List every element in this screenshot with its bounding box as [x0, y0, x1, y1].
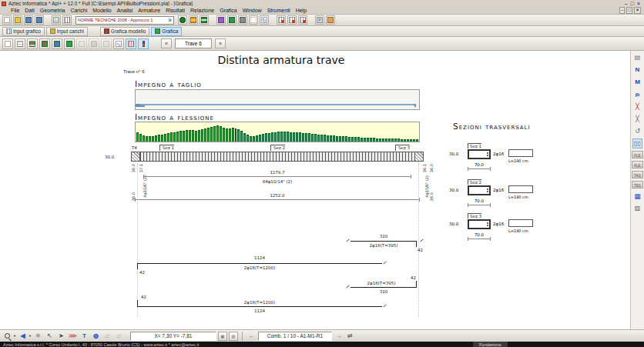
menu-analisi[interactable]: Analisi — [117, 8, 133, 13]
norme-dropdown[interactable]: NORME TECNICHE 2008 - Approccio 1 ▾ — [75, 16, 174, 25]
grid-toggle-2[interactable]: ▥ — [229, 332, 238, 341]
matrix-delete-icon[interactable] — [277, 15, 286, 25]
grid-toggle-1[interactable]: ▦ — [218, 332, 227, 341]
spline-icon[interactable]: ∿ — [113, 38, 124, 49]
flessione-bar — [143, 135, 145, 142]
flessione-bar — [207, 128, 210, 142]
menu-file[interactable]: File — [11, 8, 19, 13]
next-combination-button[interactable]: → — [334, 331, 344, 341]
view-back-dropdown-icon[interactable]: ▼ — [29, 334, 32, 338]
flessione-bar — [382, 138, 384, 142]
flessione-bar — [361, 138, 363, 142]
flessione-bar — [376, 138, 378, 142]
export-dxf-icon[interactable]: ⇄ — [345, 331, 355, 341]
misc-gray-icon[interactable]: ▨ — [632, 203, 642, 213]
select-region-icon[interactable] — [249, 15, 258, 25]
green-view-icon[interactable] — [64, 38, 75, 49]
flags-icon[interactable]: ⋙ — [68, 331, 78, 341]
view-back-icon[interactable]: ◀ — [18, 331, 28, 341]
table-blue-icon[interactable]: ▦ — [632, 191, 642, 201]
moment-icon[interactable]: M — [632, 77, 642, 87]
mdi-restore-button[interactable]: □ — [626, 7, 632, 14]
open-file-icon[interactable] — [13, 15, 22, 25]
lasso-icon[interactable]: ↺ — [632, 126, 642, 136]
menu-modello[interactable]: Modello — [92, 8, 112, 13]
run-analysis-icon[interactable] — [178, 15, 187, 25]
zoom-dropdown-icon[interactable]: ▼ — [13, 334, 16, 338]
fle-top-button[interactable]: FLE — [632, 151, 643, 158]
select-cursor-icon[interactable]: ↖ — [45, 331, 55, 341]
map-colors-icon[interactable] — [39, 38, 50, 49]
tab-grafica-modello[interactable]: Grafica modello — [100, 27, 150, 36]
tab-input-grafico[interactable]: Input grafico — [2, 27, 45, 36]
menu-help[interactable]: Help — [296, 8, 307, 13]
left-dim-1: 36.0 — [131, 164, 136, 172]
cut-icon[interactable]: ╳ — [632, 114, 642, 124]
minimize-button[interactable]: – — [625, 1, 628, 7]
blank-view-icon[interactable] — [2, 38, 13, 49]
armature-table-icon[interactable] — [126, 38, 136, 49]
cut-red-icon[interactable]: ╳ — [632, 102, 642, 112]
mesh-icon[interactable] — [200, 15, 209, 25]
prev-combination-button[interactable]: ← — [247, 331, 257, 341]
menu-strumenti[interactable]: Strumenti — [267, 8, 290, 13]
menu-carichi[interactable]: Carichi — [70, 8, 87, 13]
flessione-bar — [226, 128, 228, 142]
flessione-bar — [302, 133, 304, 142]
flessione-bar — [198, 130, 200, 142]
view-toolbar: Input grafico Input carichi Grafica mode… — [0, 26, 644, 37]
paste-icon[interactable] — [326, 15, 335, 25]
save-all-icon[interactable] — [35, 15, 44, 25]
flessione-bar — [345, 136, 347, 142]
tab-grafica[interactable]: Grafica — [151, 27, 182, 36]
prev-view-button[interactable]: « — [161, 38, 172, 48]
fast-redraw-icon[interactable]: ➤ — [56, 331, 66, 341]
globe-icon[interactable]: ◍ — [91, 331, 101, 341]
next-view-button[interactable]: » — [215, 38, 226, 48]
right-dim-1: 36.1 — [422, 164, 427, 172]
map-terrain-icon[interactable] — [52, 38, 62, 49]
text-tool-icon[interactable]: T — [79, 331, 89, 341]
axial-force-icon[interactable]: N — [632, 65, 642, 75]
menu-armature[interactable]: Armature — [138, 8, 160, 13]
section-name: Sez 2 — [468, 179, 481, 185]
menu-relazione[interactable]: Relazione — [190, 8, 214, 13]
tab-input-carichi[interactable]: Input carichi — [46, 27, 88, 36]
layers-icon[interactable] — [27, 38, 38, 49]
menu-dati[interactable]: Dati — [25, 8, 34, 13]
mdi-minimize-button[interactable]: – — [619, 7, 625, 14]
save-icon[interactable] — [24, 15, 33, 25]
current-view-tab[interactable]: Trave 6 — [175, 38, 212, 48]
tes-button[interactable]: TES — [632, 181, 643, 189]
fle-bottom-button[interactable]: FLE — [632, 161, 643, 168]
drawing-canvas[interactable]: Distinta armatura trave Trave n° 6 Impeg… — [0, 51, 630, 329]
menu-grafica[interactable]: Grafica — [220, 8, 237, 13]
mdi-close-button[interactable]: ✕ — [634, 7, 641, 14]
matrix-clear-icon[interactable] — [298, 15, 307, 25]
sections-view-icon[interactable]: ▯▯ — [632, 138, 642, 148]
print-layout-icon[interactable]: P — [315, 15, 324, 25]
print-icon[interactable]: ▤ — [632, 52, 642, 62]
grid-view-icon[interactable] — [15, 38, 25, 49]
refresh-icon[interactable]: ↻ — [260, 15, 269, 25]
pole-section-icon[interactable] — [138, 38, 149, 49]
bar2-line — [137, 263, 382, 264]
close-button[interactable]: × — [637, 1, 640, 7]
flessione-bar — [265, 133, 267, 142]
beta-t-icon[interactable]: βt — [632, 89, 642, 99]
wizard-icon[interactable] — [216, 15, 226, 25]
materials-icon[interactable] — [189, 15, 198, 25]
sound-icon[interactable] — [238, 15, 247, 25]
menu-window[interactable]: Window — [243, 8, 262, 13]
zoom-icon[interactable] — [2, 331, 12, 341]
units-icon[interactable]: 12 — [52, 15, 61, 25]
tag-button[interactable]: TAG — [632, 171, 643, 179]
new-file-icon[interactable] — [2, 15, 12, 25]
menu-risultati[interactable]: Risultati — [166, 8, 185, 13]
model-view-icon[interactable] — [227, 15, 236, 25]
table-icon[interactable] — [62, 15, 72, 25]
flessione-bar — [293, 132, 295, 142]
matrix-edit-icon[interactable] — [287, 15, 297, 25]
maximize-button[interactable]: □ — [631, 1, 634, 7]
menu-geometria[interactable]: Geometria — [40, 8, 65, 13]
